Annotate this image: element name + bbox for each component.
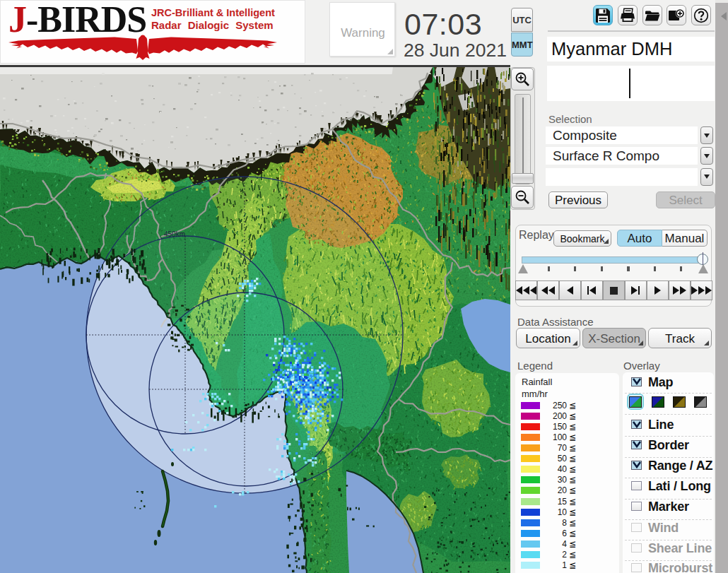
svg-text:450km: 450km [164,230,185,238]
